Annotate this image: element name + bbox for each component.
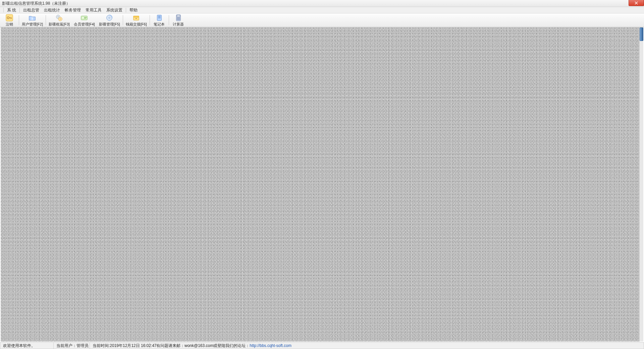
calculator-icon bbox=[175, 14, 182, 21]
content-area bbox=[0, 27, 644, 342]
key-icon bbox=[6, 14, 13, 21]
toolbar-label: 影碟租返[F3] bbox=[49, 22, 70, 27]
svg-rect-29 bbox=[178, 19, 179, 20]
member-manage-button[interactable]: 会员管理[F4] bbox=[72, 14, 97, 27]
content-background bbox=[1, 28, 643, 342]
svg-point-2 bbox=[32, 17, 33, 19]
menu-accounting[interactable]: 帐务管理 bbox=[63, 7, 83, 13]
svg-point-6 bbox=[60, 18, 61, 19]
toolbar-sep bbox=[123, 15, 123, 25]
svg-point-8 bbox=[83, 17, 84, 18]
logout-button[interactable]: 注销 bbox=[1, 14, 18, 27]
disc-swap-icon bbox=[55, 14, 63, 21]
svg-rect-25 bbox=[177, 18, 177, 19]
status-contact-mid: 或登陆我们的论坛： bbox=[213, 343, 250, 349]
calculator-button[interactable]: 计算器 bbox=[170, 14, 187, 27]
menu-rent-stats[interactable]: 出租统计 bbox=[42, 7, 62, 13]
toolbar-label: 钱箱交接[F6] bbox=[126, 22, 147, 27]
scrollbar-track[interactable] bbox=[639, 28, 643, 342]
member-card-icon bbox=[80, 14, 88, 21]
menu-system[interactable]: 系 统 bbox=[5, 7, 18, 13]
toolbar-sep bbox=[150, 15, 150, 25]
svg-rect-26 bbox=[178, 18, 179, 19]
folder-user-icon bbox=[29, 14, 36, 21]
menu-help[interactable]: 帮助 bbox=[127, 7, 140, 13]
svg-rect-15 bbox=[136, 18, 137, 18]
toolbar: 注销 用户管理[F2] 影碟租返[F3] 会员管理[F4] 影碟管理[F5] 钱… bbox=[0, 13, 644, 27]
svg-rect-22 bbox=[177, 17, 177, 18]
toolbar-sep bbox=[169, 15, 169, 25]
svg-rect-24 bbox=[179, 17, 180, 18]
titlebar: 影碟出租信息管理系统1.98（未注册） bbox=[0, 0, 644, 7]
status-welcome: 欢迎使用本软件。 bbox=[0, 343, 54, 349]
close-icon bbox=[634, 1, 638, 5]
svg-rect-17 bbox=[158, 16, 160, 16]
svg-point-12 bbox=[109, 17, 110, 18]
toolbar-label: 注销 bbox=[6, 22, 13, 27]
menubar-sep bbox=[19, 8, 20, 12]
svg-rect-28 bbox=[177, 19, 177, 20]
statusbar: 欢迎使用本软件。 当前用户：管理员 当前时间:2019年12月12日 16:02… bbox=[0, 342, 644, 349]
menu-settings[interactable]: 系统设置 bbox=[104, 7, 124, 13]
svg-rect-10 bbox=[84, 18, 86, 18]
toolbar-label: 影碟管理[F5] bbox=[99, 22, 120, 27]
toolbar-label: 笔记本 bbox=[154, 22, 165, 27]
svg-rect-30 bbox=[179, 19, 180, 20]
status-time: 当前时间:2019年12月12日 16:02:47 bbox=[90, 343, 150, 349]
notebook-icon bbox=[156, 14, 163, 21]
notebook-button[interactable]: 笔记本 bbox=[151, 14, 168, 27]
scrollbar-thumb[interactable] bbox=[640, 28, 643, 41]
menu-tools[interactable]: 常用工具 bbox=[84, 7, 104, 13]
status-welcome-text: 欢迎使用本软件。 bbox=[3, 343, 35, 349]
svg-rect-23 bbox=[178, 17, 179, 18]
menubar-leading-sep bbox=[3, 8, 4, 12]
status-user: 当前用户：管理员 bbox=[54, 343, 90, 349]
svg-rect-9 bbox=[84, 17, 87, 17]
user-manage-button[interactable]: 用户管理[F2] bbox=[20, 14, 45, 27]
toolbar-label: 会员管理[F4] bbox=[74, 22, 95, 27]
menubar-sep bbox=[126, 8, 126, 12]
svg-rect-14 bbox=[133, 16, 139, 17]
close-button[interactable] bbox=[629, 0, 644, 6]
status-time-label: 当前时间: bbox=[93, 343, 110, 349]
status-user-label: 当前用户： bbox=[56, 343, 76, 349]
vertical-scrollbar[interactable] bbox=[639, 28, 643, 342]
menu-rent-main[interactable]: 出租总管 bbox=[21, 7, 41, 13]
status-contact-email: wonk@163.com bbox=[184, 343, 213, 348]
toolbar-sep bbox=[19, 15, 19, 25]
status-contact: 有问题请来邮： wonk@163.com 或登陆我们的论坛： http://bb… bbox=[150, 343, 644, 349]
toolbar-label: 用户管理[F2] bbox=[22, 22, 43, 27]
svg-rect-7 bbox=[81, 16, 87, 20]
toolbar-label: 计算器 bbox=[173, 22, 184, 27]
status-contact-prefix: 有问题请来邮： bbox=[156, 343, 184, 349]
menubar: 系 统 出租总管 出租统计 帐务管理 常用工具 系统设置 帮助 bbox=[0, 7, 644, 13]
svg-rect-18 bbox=[158, 17, 160, 17]
status-contact-url[interactable]: http://bbs.cqht-soft.com bbox=[250, 343, 291, 348]
svg-rect-21 bbox=[177, 15, 180, 16]
disc-manage-button[interactable]: 影碟管理[F5] bbox=[97, 14, 122, 27]
svg-point-4 bbox=[58, 16, 59, 17]
cashbox-handover-button[interactable]: 钱箱交接[F6] bbox=[124, 14, 149, 27]
disc-rent-return-button[interactable]: 影碟租返[F3] bbox=[47, 14, 72, 27]
svg-rect-19 bbox=[158, 18, 160, 18]
status-user-value: 管理员 bbox=[76, 343, 89, 349]
cashbox-icon bbox=[132, 14, 140, 21]
disc-manage-icon bbox=[106, 14, 113, 21]
svg-rect-27 bbox=[179, 18, 180, 19]
window-controls bbox=[629, 0, 644, 6]
toolbar-sep bbox=[46, 15, 46, 25]
window-title: 影碟出租信息管理系统1.98（未注册） bbox=[2, 1, 70, 6]
